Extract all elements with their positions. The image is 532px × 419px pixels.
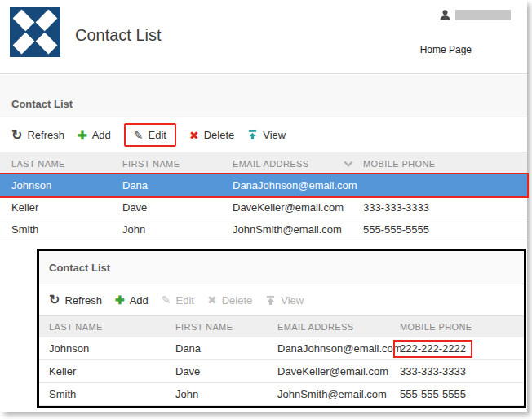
cell-last-name: Johnson xyxy=(0,179,122,192)
cell-first-name: Dave xyxy=(175,365,277,377)
edit-icon: ✎ xyxy=(134,130,144,141)
page-header: Contact List Home Page xyxy=(0,0,527,74)
column-header-last-name[interactable]: LAST NAME xyxy=(0,159,122,169)
button-label: Refresh xyxy=(27,129,64,141)
inset-module-header-band xyxy=(39,251,524,284)
module-title: Contact List xyxy=(11,98,73,110)
sort-chevron-down-icon xyxy=(344,157,352,166)
cell-email: JohnSmith@email.com xyxy=(277,388,400,400)
app-logo[interactable] xyxy=(10,7,60,57)
table-row-johnson[interactable]: Johnson Dana DanaJohnson@email.com xyxy=(0,174,527,196)
column-header-mobile-phone[interactable]: MOBILE PHONE xyxy=(363,159,527,169)
cell-email: DanaJohnson@email.com xyxy=(233,179,363,192)
cell-mobile-phone: 333-333-3333 xyxy=(363,201,527,214)
button-label: Add xyxy=(130,294,149,307)
inset-toolbar: ↻ Refresh ✚ Add ✎ Edit ✖ Delete xyxy=(39,284,524,316)
button-label: Edit xyxy=(149,129,166,141)
cell-first-name: Dana xyxy=(175,342,277,355)
column-header-mobile-phone: MOBILE PHONE xyxy=(400,322,524,332)
cell-mobile-phone: 555-555-5555 xyxy=(363,223,527,236)
cell-mobile-phone: 333-333-3333 xyxy=(400,365,524,377)
table-row-keller[interactable]: Keller Dave DaveKeller@email.com 333-333… xyxy=(0,196,527,218)
delete-icon: ✖ xyxy=(207,294,217,306)
inset-screenshot: Contact List ↻ Refresh ✚ Add ✎ Edit ✖ De… xyxy=(37,249,526,408)
cell-mobile-phone: 222-222-2222 xyxy=(400,340,524,358)
user-icon xyxy=(439,9,451,21)
button-label: Edit xyxy=(176,294,194,307)
inset-table-row-johnson: Johnson Dana DanaJohnson@email.com 222-2… xyxy=(39,337,524,360)
column-header-email: EMAIL ADDRESS xyxy=(277,322,400,332)
button-label: Add xyxy=(92,129,111,141)
annotated-phone-value: 222-222-2222 xyxy=(393,340,472,358)
column-header-email[interactable]: EMAIL ADDRESS xyxy=(233,159,363,169)
button-label: Delete xyxy=(222,294,253,307)
refresh-icon: ↻ xyxy=(49,293,60,307)
column-header-first-name[interactable]: FIRST NAME xyxy=(122,159,233,169)
refresh-button[interactable]: ↻ Refresh xyxy=(11,129,64,142)
column-header-first-name: FIRST NAME xyxy=(175,322,277,332)
inset-refresh-button: ↻ Refresh xyxy=(49,293,102,307)
redacted-username xyxy=(455,10,511,20)
column-header-last-name: LAST NAME xyxy=(39,322,175,332)
refresh-icon: ↻ xyxy=(11,129,22,142)
toolbar: ↻ Refresh ✚ Add ✎ Edit ✖ Delete View xyxy=(0,118,527,152)
inset-module-title: Contact List xyxy=(49,262,110,274)
module-header-band: Contact List xyxy=(0,75,527,117)
delete-icon: ✖ xyxy=(189,130,199,141)
button-label: Delete xyxy=(204,129,235,141)
cell-email: DaveKeller@email.com xyxy=(277,365,400,377)
cell-mobile-phone: 555-555-5555 xyxy=(400,388,524,400)
logo-x-icon xyxy=(10,7,60,57)
cell-last-name: Keller xyxy=(0,201,122,214)
cell-email: DanaJohnson@email.com xyxy=(277,342,400,355)
cell-last-name: Smith xyxy=(0,223,122,236)
cell-first-name: John xyxy=(122,223,233,236)
table-row-smith[interactable]: Smith John JohnSmith@email.com 555-555-5… xyxy=(0,218,527,240)
page-title: Contact List xyxy=(75,26,162,45)
add-button[interactable]: ✚ Add xyxy=(78,129,111,141)
inset-view-button-disabled: View xyxy=(265,294,304,307)
cell-email: JohnSmith@email.com xyxy=(233,223,363,236)
inset-delete-button-disabled: ✖ Delete xyxy=(207,294,252,307)
cell-first-name: John xyxy=(175,388,277,400)
button-label: View xyxy=(263,129,286,141)
page: Contact List Home Page Contact List ↻ Re… xyxy=(0,0,527,412)
view-button[interactable]: View xyxy=(247,129,286,141)
edit-icon: ✎ xyxy=(162,294,171,306)
cell-last-name: Johnson xyxy=(39,342,175,355)
inset-table-row-smith: Smith John JohnSmith@email.com 555-555-5… xyxy=(39,383,524,406)
screen: Contact List Home Page Contact List ↻ Re… xyxy=(0,0,532,419)
cell-first-name: Dave xyxy=(122,201,233,214)
view-icon xyxy=(265,295,276,306)
add-icon: ✚ xyxy=(78,130,87,141)
view-icon xyxy=(247,130,258,140)
cell-first-name: Dana xyxy=(122,179,233,192)
inset-table-row-keller: Keller Dave DaveKeller@email.com 333-333… xyxy=(39,360,524,383)
edit-button[interactable]: ✎ Edit xyxy=(124,123,176,147)
cell-email: DaveKeller@email.com xyxy=(233,201,363,214)
delete-button[interactable]: ✖ Delete xyxy=(189,129,234,141)
home-page-link[interactable]: Home Page xyxy=(420,44,472,55)
inset-table-header-row: LAST NAME FIRST NAME EMAIL ADDRESS MOBIL… xyxy=(39,316,524,337)
button-label: View xyxy=(281,294,304,307)
user-menu[interactable] xyxy=(439,9,511,21)
button-label: Refresh xyxy=(64,294,102,307)
table-header-row: LAST NAME FIRST NAME EMAIL ADDRESS MOBIL… xyxy=(0,152,527,174)
inset-edit-button-disabled: ✎ Edit xyxy=(162,294,194,307)
cell-last-name: Keller xyxy=(39,365,175,377)
inset-add-button: ✚ Add xyxy=(115,294,149,307)
add-icon: ✚ xyxy=(115,294,125,306)
cell-last-name: Smith xyxy=(39,388,175,400)
column-header-label: EMAIL ADDRESS xyxy=(233,159,308,169)
